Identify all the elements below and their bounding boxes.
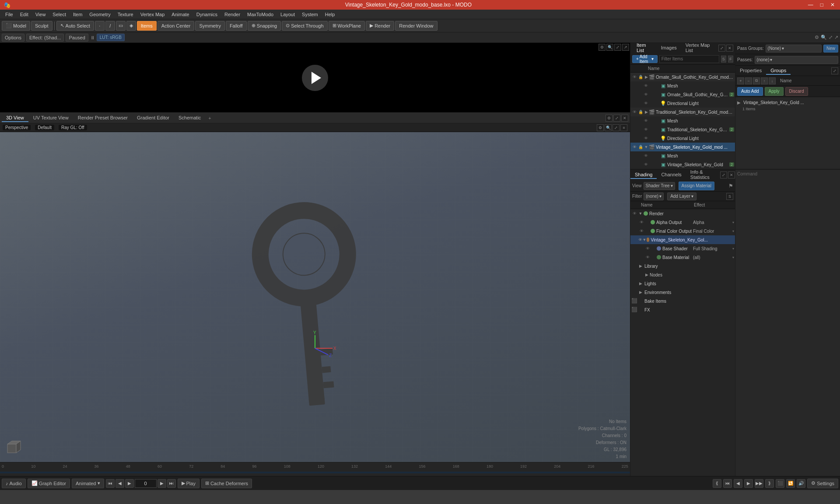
settings-transport-btn[interactable]: ⚙ Settings [807,479,838,488]
snapping-btn[interactable]: ⊕ Snapping [248,21,281,31]
menu-view[interactable]: View [32,11,49,18]
props-expand-icon[interactable]: ⤢ [831,67,838,74]
menu-item[interactable]: Item [70,11,86,18]
menu-file[interactable]: File [2,11,17,18]
effect-arrow-base-shader[interactable]: ▾ [732,247,734,251]
shading-render[interactable]: 👁 ▼ Render [630,209,735,218]
eye-base-material[interactable]: 👁 [644,254,651,260]
mesh-ornate-skull-key[interactable]: 👁 ▣ Ornate_Skull_Gothic_Key_Gold 2 [630,90,735,99]
sculpt-mode-btn[interactable]: Sculpt [31,21,52,31]
lock-toggle-1[interactable]: 🔒 [637,74,644,80]
groups-remove-btn[interactable]: − [745,77,752,84]
shading-fx[interactable]: ⬛ FX [630,305,735,314]
perspective-mode-label[interactable]: Perspective [3,125,31,130]
menu-animate[interactable]: Animate [168,11,192,18]
select-edges-btn[interactable]: / [105,21,115,31]
pass-groups-dropdown[interactable]: (None) ▾ [766,45,822,52]
mesh-vintage-1[interactable]: 👁 ▣ Mesh [630,151,735,160]
tab-gradient-editor[interactable]: Gradient Editor [133,114,174,122]
transport-btn-1[interactable]: ⟪ [713,479,721,488]
shading-nodes[interactable]: ▶ Nodes [630,270,735,279]
pass-groups-new-btn[interactable]: New [823,45,838,52]
ray-gl-label[interactable]: Ray GL: Off [59,125,87,130]
frame-input[interactable]: 0 [135,479,157,488]
eye-vintage-mat[interactable]: 👁 [638,237,642,243]
filter-items-input[interactable] [659,55,719,63]
tab-channels[interactable]: Channels [657,171,686,179]
mesh-ornate-1[interactable]: 👁 ▣ Mesh [630,81,735,90]
menu-maxtomodo[interactable]: MaxToModo [244,11,277,18]
shader-tree-dropdown[interactable]: Shader Tree ▾ [644,182,675,190]
filter-dropdown[interactable]: (none) ▾ [644,192,664,200]
expand-render[interactable]: ▼ [637,210,644,217]
expand-v[interactable]: ▼ [644,144,649,150]
shading-close-icon[interactable]: ✕ [728,172,735,178]
menu-layout[interactable]: Layout [277,11,298,18]
items-btn[interactable]: Items [137,21,157,31]
transport-btn-5[interactable]: ▶▶ [755,479,763,488]
skip-end-btn[interactable]: ⏭ [167,479,176,488]
maximize-btn[interactable]: □ [819,2,825,8]
minimize-btn[interactable]: — [806,2,815,8]
discard-button[interactable]: Discard [785,87,808,96]
shading-base-material[interactable]: 👁 Base Material (all) ▾ [630,253,735,262]
groups-up-btn[interactable]: ↑ [761,77,768,84]
viewport-gear-icon[interactable]: ≡ [620,124,627,131]
viewport-settings-icon[interactable]: ⚙ [597,124,604,131]
expand-vintage-mat[interactable]: ▼ [642,237,646,243]
eye-base-shader[interactable]: 👁 [644,245,651,252]
mesh-traditional-1[interactable]: 👁 ▣ Mesh [630,116,735,125]
animated-btn[interactable]: Animated ▾ [72,479,104,488]
transport-btn-3[interactable]: ◀ [734,479,742,488]
select-polygons-btn[interactable]: ▭ [116,21,126,31]
light-traditional-1[interactable]: 👁 💡 Directional Light [630,134,735,143]
paused-btn[interactable]: Paused [66,34,88,42]
preview-settings-icon[interactable]: ⚙ [598,44,606,51]
tab-info-statistics[interactable]: Info & Statistics [686,168,720,182]
view-expand-icon[interactable]: ⤢ [613,115,620,122]
timeline[interactable]: 0 10 24 36 48 60 72 84 96 108 120 132 14… [0,462,630,476]
shading-base-shader[interactable]: 👁 Base Shader Full Shading ▾ [630,244,735,253]
menu-edit[interactable]: Edit [17,11,32,18]
shading-mode-label[interactable]: Default [35,125,54,130]
item-list-expand-icon[interactable]: ⤢ [718,45,725,52]
tab-render-preset[interactable]: Render Preset Browser [74,114,132,122]
menu-render[interactable]: Render [221,11,244,18]
lock-toggle-light1[interactable] [649,100,655,106]
skip-start-btn[interactable]: ⏮ [106,479,115,488]
menu-help[interactable]: Help [322,11,339,18]
eye-finalcolor[interactable]: 👁 [638,228,644,234]
filter-s-btn[interactable]: S [721,56,726,63]
shading-environments[interactable]: ▶ Environments [630,288,735,297]
add-item-button[interactable]: + Add Item ▾ [632,55,658,63]
render-btn[interactable]: ▶ Render [366,21,394,31]
tab-shading[interactable]: Shading [630,171,657,179]
light-ornate-1[interactable]: 👁 💡 Directional Light [630,99,735,108]
eye-toggle-tl[interactable]: 👁 [643,135,649,141]
expand-lights[interactable]: ▶ [637,280,644,287]
preview-expand-icon[interactable]: ⤢ [614,44,621,51]
3d-viewport[interactable]: X Y Z No Items Polygons : Catmull-Clark … [0,132,630,462]
assign-material-btn[interactable]: Assign Material [679,182,714,190]
eye-toggle-1[interactable]: 👁 [631,74,637,80]
view-close-icon[interactable]: ✕ [621,115,628,122]
preview-export-icon[interactable]: ↗ [622,44,629,51]
effect-btn[interactable]: Effect: (Shad... [26,34,64,42]
tab-groups[interactable]: Groups [766,67,791,75]
menu-select[interactable]: Select [49,11,70,18]
viewport-zoom-icon[interactable]: ⤢ [612,124,620,131]
transport-btn-9[interactable]: 🔊 [797,479,805,488]
menu-texture[interactable]: Texture [114,11,137,18]
eye-toggle-vm[interactable]: 👁 [643,153,649,159]
options-btn[interactable]: Options [2,34,24,42]
transport-btn-8[interactable]: 🔁 [786,479,795,488]
shading-lights[interactable]: ▶ Lights [630,279,735,288]
scene-traditional-key[interactable]: 👁 🔒 ▶ 🎬 Traditional_Skeleton_Key_Gold_mo… [630,108,735,116]
select-materials-btn[interactable]: ◈ [126,21,136,31]
group-vintage-key[interactable]: ▶ Vintage_Skeleton_Key_Gold ... [737,98,838,107]
lock-toggle-s2[interactable]: 🔒 [637,109,644,115]
menu-dynamics[interactable]: Dynamics [193,11,221,18]
shading-alpha-output[interactable]: 👁 Alpha Output Alpha ▾ [630,218,735,227]
expand-nodes[interactable]: ▶ [644,272,650,278]
mesh-vintage-key[interactable]: 👁 ▣ Vintage_Skeleton_Key_Gold 2 [630,160,735,169]
